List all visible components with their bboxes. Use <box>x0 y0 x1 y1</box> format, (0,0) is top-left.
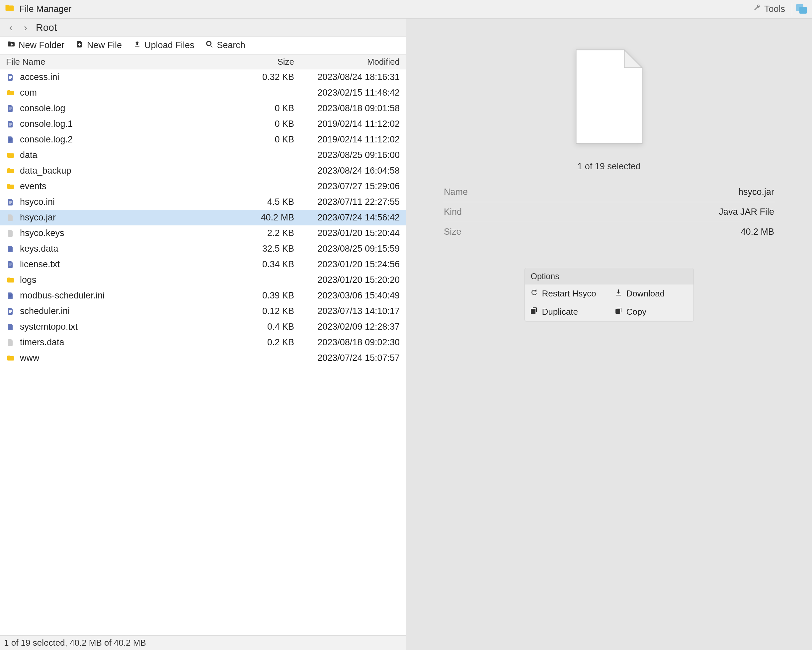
col-name[interactable]: File Name <box>6 57 240 67</box>
file-size: 0 KB <box>240 119 300 129</box>
file-modified: 2023/02/15 11:48:42 <box>300 88 400 98</box>
new-file-button[interactable]: New File <box>76 40 122 50</box>
breadcrumb-location[interactable]: Root <box>36 22 57 33</box>
file-size: 0 KB <box>240 134 300 145</box>
file-icon <box>6 136 15 144</box>
nav-forward-button[interactable]: › <box>21 22 30 33</box>
new-file-label: New File <box>87 40 122 50</box>
options-panel: Options Restart Hsyco Download Duplicate <box>525 268 694 321</box>
file-icon <box>6 198 15 206</box>
nav-back-button[interactable]: ‹ <box>7 22 15 33</box>
file-row[interactable]: data_backup2023/08/24 16:04:58 <box>0 163 406 179</box>
refresh-icon <box>530 288 538 299</box>
file-modified: 2023/08/24 16:04:58 <box>300 166 400 176</box>
duplicate-label: Duplicate <box>542 307 578 317</box>
file-name: timers.data <box>20 337 240 348</box>
file-name: console.log <box>20 103 240 113</box>
status-bar: 1 of 19 selected, 40.2 MB of 40.2 MB <box>0 635 406 650</box>
file-modified: 2023/07/13 14:10:17 <box>300 306 400 316</box>
file-name: systemtopo.txt <box>20 322 240 332</box>
new-file-icon <box>76 40 84 50</box>
file-row[interactable]: console.log0 KB2023/08/18 09:01:58 <box>0 101 406 116</box>
property-key: Kind <box>444 207 462 217</box>
file-name: www <box>20 353 240 363</box>
file-name: hsyco.jar <box>20 212 240 223</box>
file-row[interactable]: keys.data32.5 KB2023/08/25 09:15:59 <box>0 241 406 256</box>
search-label: Search <box>217 40 245 50</box>
col-size[interactable]: Size <box>240 57 300 67</box>
restart-button[interactable]: Restart Hsyco <box>525 284 609 303</box>
duplicate-button[interactable]: Duplicate <box>525 303 609 321</box>
file-row[interactable]: www2023/07/24 15:07:57 <box>0 350 406 366</box>
file-icon <box>6 120 15 128</box>
property-value: 40.2 MB <box>740 227 774 237</box>
new-folder-button[interactable]: New Folder <box>7 40 64 50</box>
file-name: data <box>20 150 240 160</box>
copy-label: Copy <box>626 307 647 317</box>
selection-summary: 1 of 19 selected <box>577 161 641 172</box>
file-modified: 2023/07/24 14:56:42 <box>300 212 400 223</box>
duplicate-icon <box>530 307 538 317</box>
file-row[interactable]: modbus-scheduler.ini0.39 KB2023/03/06 15… <box>0 288 406 304</box>
new-folder-label: New Folder <box>18 40 64 50</box>
file-row[interactable]: logs2023/01/20 15:20:20 <box>0 272 406 288</box>
file-row[interactable]: hsyco.keys2.2 KB2023/01/20 15:20:44 <box>0 226 406 241</box>
file-name: hsyco.ini <box>20 197 240 207</box>
properties-table: Namehsyco.jarKindJava JAR FileSize40.2 M… <box>443 182 775 242</box>
file-row[interactable]: hsyco.ini4.5 KB2023/07/11 22:27:55 <box>0 194 406 210</box>
property-value: Java JAR File <box>719 207 774 217</box>
app-title: File Manager <box>19 4 72 14</box>
file-size: 0.12 KB <box>240 306 300 316</box>
download-button[interactable]: Download <box>609 284 693 303</box>
file-size: 0 KB <box>240 103 300 113</box>
file-row[interactable]: com2023/02/15 11:48:42 <box>0 85 406 101</box>
file-preview-icon <box>574 49 644 145</box>
file-modified: 2023/08/18 09:01:58 <box>300 103 400 113</box>
file-icon <box>6 261 15 269</box>
search-button[interactable]: Search <box>206 40 245 50</box>
breadcrumb-bar: ‹ › Root <box>0 18 406 37</box>
folder-icon <box>6 276 15 284</box>
copy-button[interactable]: Copy <box>609 303 693 321</box>
column-headers: File Name Size Modified <box>0 55 406 69</box>
file-row[interactable]: scheduler.ini0.12 KB2023/07/13 14:10:17 <box>0 304 406 319</box>
file-row[interactable]: console.log.10 KB2019/02/14 11:12:02 <box>0 116 406 132</box>
file-row[interactable]: access.ini0.32 KB2023/08/24 18:16:31 <box>0 69 406 85</box>
file-row[interactable]: timers.data0.2 KB2023/08/18 09:02:30 <box>0 335 406 350</box>
file-name: data_backup <box>20 166 240 176</box>
file-row[interactable]: data2023/08/25 09:16:00 <box>0 147 406 163</box>
col-modified[interactable]: Modified <box>300 57 400 67</box>
file-row[interactable]: hsyco.jar40.2 MB2023/07/24 14:56:42 <box>0 210 406 226</box>
file-modified: 2023/07/24 15:07:57 <box>300 353 400 363</box>
file-modified: 2023/01/20 15:20:44 <box>300 228 400 238</box>
tools-button[interactable]: Tools <box>750 4 788 14</box>
file-row[interactable]: events2023/07/27 15:29:06 <box>0 179 406 194</box>
details-panel: 1 of 19 selected Namehsyco.jarKindJava J… <box>406 18 812 650</box>
file-row[interactable]: console.log.20 KB2019/02/14 11:12:02 <box>0 132 406 147</box>
file-row[interactable]: license.txt0.34 KB2023/01/20 15:24:56 <box>0 256 406 272</box>
file-name: modbus-scheduler.ini <box>20 290 240 301</box>
file-size: 0.4 KB <box>240 322 300 332</box>
windows-button[interactable] <box>796 4 807 14</box>
file-modified: 2023/01/20 15:24:56 <box>300 259 400 270</box>
upload-icon <box>133 40 141 50</box>
file-icon <box>6 229 15 237</box>
file-modified: 2019/02/14 11:12:02 <box>300 134 400 145</box>
file-name: license.txt <box>20 259 240 270</box>
restart-label: Restart Hsyco <box>542 288 596 299</box>
file-modified: 2023/02/09 12:28:37 <box>300 322 400 332</box>
property-key: Size <box>444 227 461 237</box>
file-list[interactable]: access.ini0.32 KB2023/08/24 18:16:31com2… <box>0 69 406 635</box>
file-name: hsyco.keys <box>20 228 240 238</box>
file-icon <box>6 339 15 346</box>
file-modified: 2023/07/27 15:29:06 <box>300 181 400 192</box>
file-modified: 2023/08/25 09:16:00 <box>300 150 400 160</box>
upload-button[interactable]: Upload Files <box>133 40 194 50</box>
folder-icon <box>6 167 15 175</box>
file-name: console.log.2 <box>20 134 240 145</box>
file-row[interactable]: systemtopo.txt0.4 KB2023/02/09 12:28:37 <box>0 319 406 335</box>
file-icon <box>6 323 15 331</box>
wrench-icon <box>753 4 761 14</box>
copy-icon <box>615 307 623 317</box>
svg-marker-3 <box>624 50 642 68</box>
